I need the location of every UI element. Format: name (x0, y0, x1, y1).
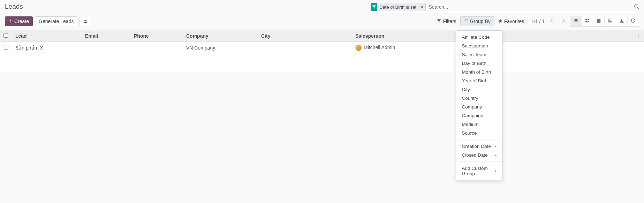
groupby-add-custom[interactable]: Add Custom Group ▸ (456, 164, 502, 178)
funnel-icon (437, 18, 441, 24)
groupby-item-medium[interactable]: Medium (456, 120, 502, 129)
groupby-dropdown: Affiliate Code Salesperson Sales Team Da… (456, 30, 503, 180)
page-title: Leads (5, 3, 23, 10)
filters-button[interactable]: Filters (433, 16, 460, 26)
cell-lead: Sản phẩm X (12, 42, 82, 54)
plus-icon (9, 18, 13, 24)
view-graph[interactable] (616, 16, 628, 26)
view-switcher (570, 16, 639, 27)
favorites-label: Favorites (504, 18, 524, 24)
kebab-icon: ⋮ (636, 33, 641, 39)
col-email[interactable]: Email (82, 30, 130, 42)
pager-next[interactable] (559, 17, 567, 25)
view-activity[interactable] (628, 16, 639, 26)
generate-leads-button[interactable]: Generate Leads (35, 16, 77, 26)
pager-prev[interactable] (548, 17, 556, 25)
view-calendar[interactable] (593, 16, 605, 26)
groupby-item-sales-team[interactable]: Sales Team (456, 50, 502, 59)
col-lead[interactable]: Lead (12, 30, 82, 42)
calendar-icon (596, 18, 601, 24)
close-icon[interactable]: × (418, 4, 425, 10)
cell-email (82, 42, 130, 54)
groupby-item-source[interactable]: Source (456, 129, 502, 137)
favorites-button[interactable]: Favorites (494, 16, 528, 26)
groupby-item-city[interactable]: City (456, 85, 502, 94)
table-row[interactable]: Sản phẩm X VN Company Mitchell Admin Sal… (0, 42, 644, 54)
col-salesperson[interactable]: Salesperson (352, 30, 456, 42)
groupby-item-day-of-birth[interactable]: Day of Birth (456, 59, 502, 68)
groupby-item-creation-date[interactable]: Creation Date ▸ (456, 142, 502, 151)
cell-company: VN Company (183, 42, 258, 54)
search-input[interactable] (427, 3, 632, 10)
col-city[interactable]: City (258, 30, 352, 42)
star-icon (498, 18, 502, 24)
divider (456, 161, 502, 162)
avatar (355, 45, 362, 51)
view-kanban[interactable] (582, 16, 593, 26)
groupby-item-year-of-birth[interactable]: Year of Birth (456, 76, 502, 85)
chart-icon (619, 18, 624, 24)
chevron-right-icon: ▸ (495, 153, 497, 157)
groupby-item-salesperson[interactable]: Salesperson (456, 42, 502, 50)
groupby-item-campaign[interactable]: Campaign (456, 111, 502, 120)
groupby-item-company[interactable]: Company (456, 103, 502, 111)
groupby-item-closed-date[interactable]: Closed Date ▸ (456, 151, 502, 159)
leads-table: Lead Email Phone Company City Salesperso… (0, 30, 644, 68)
cell-city (258, 42, 352, 54)
search-bar[interactable]: Date of Birth is set × (371, 3, 639, 12)
generate-leads-label: Generate Leads (39, 18, 74, 24)
table-empty-row (0, 61, 644, 68)
create-button[interactable]: Create (5, 16, 33, 26)
view-list[interactable] (570, 16, 582, 26)
col-phone[interactable]: Phone (130, 30, 183, 42)
create-button-label: Create (14, 18, 29, 24)
list-icon (464, 18, 468, 24)
view-pivot[interactable] (605, 16, 616, 26)
table-icon (608, 18, 613, 24)
filters-label: Filters (443, 18, 456, 24)
divider (456, 140, 502, 140)
cell-phone (130, 42, 183, 54)
search-icon[interactable] (634, 4, 639, 10)
download-icon (83, 18, 88, 24)
select-all-checkbox[interactable] (3, 33, 8, 38)
clock-icon (631, 18, 636, 24)
table-header-row: Lead Email Phone Company City Salesperso… (0, 30, 644, 42)
download-button[interactable] (79, 16, 91, 26)
groupby-item-month-of-birth[interactable]: Month of Birth (456, 68, 502, 76)
pager-text: 1-1 / 1 (531, 18, 545, 24)
row-checkbox[interactable] (4, 45, 8, 50)
col-company[interactable]: Company (183, 30, 258, 42)
groupby-button[interactable]: Group By (460, 16, 494, 26)
funnel-icon (371, 3, 377, 11)
col-options[interactable]: ⋮ (632, 30, 644, 42)
groupby-label: Group By (470, 18, 491, 24)
table-empty-row (0, 54, 644, 61)
cell-salesperson: Mitchell Admin (352, 42, 456, 54)
chevron-right-icon: ▸ (495, 168, 497, 173)
list-icon (573, 18, 578, 24)
table-footer-stripe (0, 68, 644, 73)
groupby-item-affiliate-code[interactable]: Affiliate Code (456, 33, 502, 42)
chevron-right-icon: ▸ (495, 144, 497, 149)
filter-chip-label: Date of Birth is set (377, 4, 418, 10)
pager: 1-1 / 1 (531, 17, 567, 25)
filter-chip-dob-set[interactable]: Date of Birth is set × (371, 3, 426, 11)
groupby-item-country[interactable]: Country (456, 94, 502, 103)
select-all-header[interactable] (0, 30, 12, 42)
grid-icon (585, 18, 590, 24)
